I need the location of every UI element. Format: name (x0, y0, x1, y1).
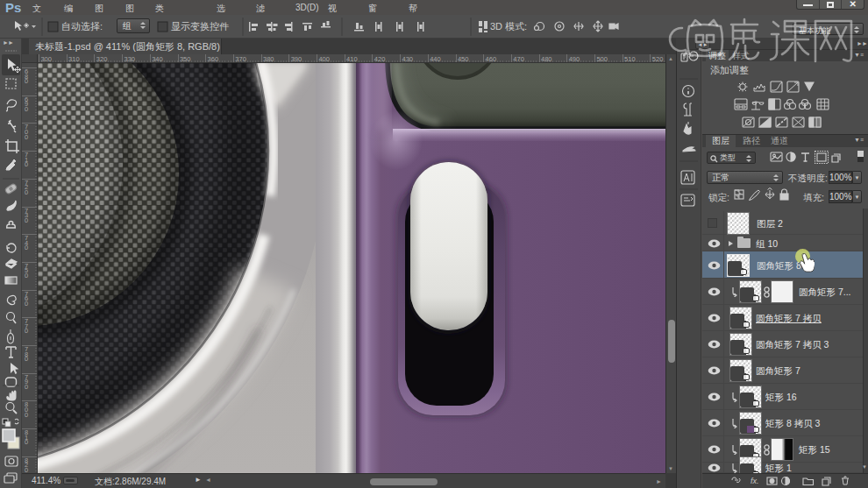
svg-text:fx.: fx. (751, 477, 759, 485)
